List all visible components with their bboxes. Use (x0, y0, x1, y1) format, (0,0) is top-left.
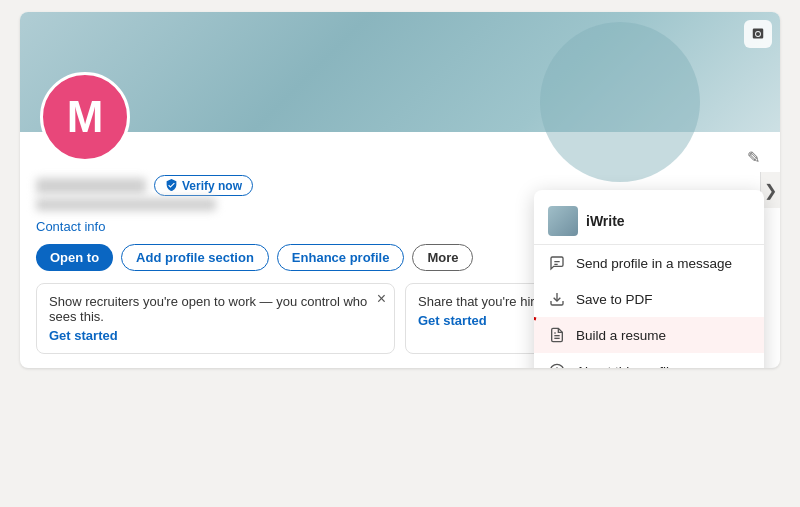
about-profile-label: About this profile (576, 364, 677, 369)
dropdown-header: iWrite (534, 196, 764, 245)
more-dropdown-menu: iWrite Send profile in a message Save to… (534, 190, 764, 368)
add-profile-section-button[interactable]: Add profile section (121, 244, 269, 271)
profile-top-row: ✎ (36, 144, 764, 171)
save-to-pdf-menu-item[interactable]: Save to PDF (534, 281, 764, 317)
name-blur (36, 178, 146, 194)
verify-label: Verify now (182, 179, 242, 193)
save-to-pdf-icon (548, 290, 566, 308)
headline-blur (36, 198, 216, 211)
verify-now-button[interactable]: Verify now (154, 175, 253, 196)
open-to-work-text: Show recruiters you're open to work — yo… (49, 294, 367, 324)
build-resume-menu-item[interactable]: Build a resume (534, 317, 764, 353)
save-to-pdf-label: Save to PDF (576, 292, 653, 307)
open-to-work-card: × Show recruiters you're open to work — … (36, 283, 395, 354)
avatar: M (40, 72, 130, 162)
close-open-to-work-card-button[interactable]: × (377, 290, 386, 308)
edit-pencil-icon[interactable]: ✎ (743, 144, 764, 171)
open-to-work-get-started-link[interactable]: Get started (49, 328, 382, 343)
contact-info-link[interactable]: Contact info (36, 219, 105, 234)
cover-photo (20, 12, 780, 132)
camera-icon[interactable] (744, 20, 772, 48)
about-profile-icon (548, 362, 566, 368)
send-profile-label: Send profile in a message (576, 256, 732, 271)
profile-card: M ✎ Verify now Contact info Open to (20, 12, 780, 368)
send-profile-menu-item[interactable]: Send profile in a message (534, 245, 764, 281)
more-button[interactable]: More (412, 244, 473, 271)
send-profile-icon (548, 254, 566, 272)
open-to-button[interactable]: Open to (36, 244, 113, 271)
enhance-profile-button[interactable]: Enhance profile (277, 244, 405, 271)
red-arrow-indicator (534, 299, 544, 339)
about-profile-menu-item[interactable]: About this profile (534, 353, 764, 368)
build-resume-icon (548, 326, 566, 344)
iwrite-avatar (548, 206, 578, 236)
build-resume-label: Build a resume (576, 328, 666, 343)
iwrite-label: iWrite (586, 213, 625, 229)
verify-shield-icon (165, 178, 178, 193)
